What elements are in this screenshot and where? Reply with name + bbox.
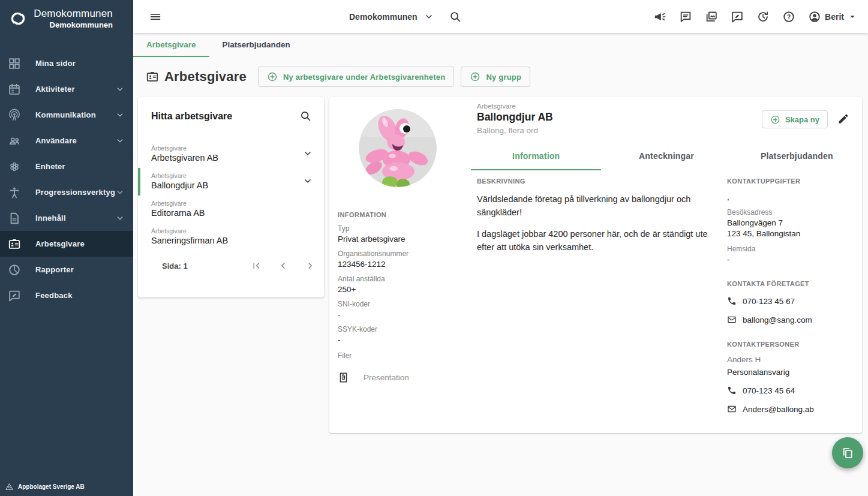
messages-button[interactable] — [679, 10, 692, 23]
chevron-down-icon[interactable] — [302, 176, 313, 187]
triangle-logo-icon — [5, 482, 14, 491]
hamburger-icon — [149, 10, 162, 23]
history-icon — [756, 10, 770, 23]
account-menu[interactable]: Berit — [808, 10, 857, 23]
people-icon — [8, 134, 21, 148]
person-email-row[interactable]: Anders@ballong.ab — [727, 404, 856, 414]
page-header: Arbetsgivare Ny arbetsgivare under Arbet… — [146, 65, 868, 88]
field-label: SSYK-koder — [338, 325, 470, 333]
chevron-down-icon[interactable] — [424, 11, 434, 22]
contact-heading: KONTAKTUPPGIFTER — [727, 178, 856, 185]
list-item-editorarna-ab[interactable]: Arbetsgivare Editorarna AB — [138, 196, 324, 223]
description-section: BESKRIVNING Världsledande företag på til… — [477, 178, 717, 254]
list-item-name: Saneringsfirman AB — [151, 236, 228, 245]
sidebar-item-label: Aktiviteter — [35, 85, 115, 94]
menu-button[interactable] — [149, 10, 162, 23]
information-heading: INFORMATION — [338, 211, 470, 218]
sidebar-item-anvandare[interactable]: Användare — [0, 128, 133, 154]
field-label: SNI-koder — [338, 300, 470, 308]
page-tabs: Arbetsgivare Platserbjudanden — [133, 33, 868, 57]
sidebar-item-label: Rapporter — [35, 265, 125, 274]
field-label: Typ — [338, 224, 470, 233]
sidebar-item-innehall[interactable]: Innehåll — [0, 205, 133, 231]
detail-tabs: Information Anteckningar Platserbjudande… — [471, 142, 862, 170]
contact-person-name: Anders H — [727, 355, 856, 364]
messages-icon — [679, 10, 692, 23]
sidebar-item-enheter[interactable]: Enheter — [0, 154, 133, 179]
tab-arbetsgivare[interactable]: Arbetsgivare — [133, 33, 209, 57]
feedback-icon — [8, 289, 21, 302]
megaphone-icon — [653, 10, 666, 23]
person-phone-row: 070-123 45 64 — [727, 386, 856, 395]
edit-button[interactable] — [837, 112, 851, 125]
media-library-button[interactable] — [705, 10, 718, 23]
chevron-right-icon[interactable] — [305, 260, 316, 271]
employer-detail-panel: Arbetsgivare Ballongdjur AB Ballong, fle… — [329, 97, 862, 433]
calendar-icon — [8, 83, 21, 96]
feedback-button[interactable] — [731, 10, 744, 23]
employer-name: Ballongdjur AB — [477, 111, 553, 124]
copy-icon — [841, 446, 854, 459]
badge-icon — [8, 238, 21, 251]
chevron-down-icon[interactable] — [302, 148, 313, 159]
contact-section: KONTAKTUPPGIFTER , Besöksadress Ballongv… — [727, 178, 856, 414]
visit-address-line1: Ballongvägen 7 — [727, 218, 856, 227]
sidebar-footer: Appbolaget Sverige AB — [0, 482, 133, 496]
first-page-icon[interactable] — [251, 260, 262, 271]
plus-circle-icon — [470, 71, 480, 82]
list-item-arbetsgivaren-ab[interactable]: Arbetsgivare Arbetsgivaren AB — [138, 140, 324, 168]
description-paragraph: I dagsläget jobbar 4200 personer här, oc… — [477, 227, 717, 254]
company-phone: 070-123 45 67 — [743, 297, 795, 306]
sidebar-item-mina-sidor[interactable]: Mina sidor — [0, 50, 133, 76]
brand-subname: Demokommunen — [50, 20, 113, 29]
tab-anteckningar[interactable]: Anteckningar — [601, 142, 731, 170]
sidebar-item-kommunikation[interactable]: Kommunikation — [0, 102, 133, 128]
new-group-button[interactable]: Ny grupp — [461, 67, 530, 87]
app-window: Demokommunen Demokommunen Mina sidor Akt… — [0, 0, 868, 496]
field-value: - — [338, 310, 470, 319]
sidebar-item-rapporter[interactable]: Rapporter — [0, 257, 133, 282]
announcements-button[interactable] — [653, 10, 666, 23]
tab-platserbjudanden[interactable]: Platserbjudanden — [209, 33, 304, 57]
file-presentation-link[interactable]: Presentation — [338, 372, 470, 383]
global-search-button[interactable] — [449, 10, 462, 23]
list-item-saneringsfirman-ab[interactable]: Arbetsgivare Saneringsfirman AB — [138, 223, 324, 251]
sidebar-item-feedback[interactable]: Feedback — [0, 282, 133, 308]
mail-icon — [727, 404, 737, 414]
phone-icon — [727, 296, 737, 306]
sidebar-item-arbetsgivare[interactable]: Arbetsgivare — [0, 231, 133, 257]
cluster-icon — [8, 160, 21, 173]
person-phone: 070-123 45 64 — [743, 386, 795, 395]
contact-person-role: Personalansvarig — [727, 368, 856, 377]
page-indicator: Sida: 1 — [162, 261, 188, 270]
content: Hitta arbetsgivare Arbetsgivare Arbetsgi… — [138, 97, 862, 433]
sidebar-item-label: Enheter — [35, 162, 125, 171]
tab-information[interactable]: Information — [471, 142, 601, 170]
help-button[interactable] — [782, 10, 795, 23]
account-icon — [808, 10, 821, 23]
field-value: Privat arbetsgivare — [338, 235, 470, 244]
chevron-left-icon[interactable] — [278, 260, 289, 271]
company-email-row[interactable]: ballong@sang.com — [727, 315, 856, 324]
copy-fab-button[interactable] — [832, 437, 863, 468]
history-button[interactable] — [756, 10, 770, 23]
website-value: - — [727, 255, 856, 264]
list-item-name: Editorarna AB — [151, 208, 205, 218]
company-email: ballong@sang.com — [743, 315, 812, 324]
sidebar-item-aktiviteter[interactable]: Aktiviteter — [0, 76, 133, 102]
sidebar-item-progressionsverktyg[interactable]: Progressionsverktyg — [0, 179, 133, 205]
create-new-button[interactable]: Skapa ny — [762, 110, 828, 128]
sidebar-item-label: Feedback — [35, 291, 125, 300]
finder-search-button[interactable] — [299, 110, 312, 122]
media-library-icon — [705, 10, 718, 23]
help-icon — [782, 10, 795, 23]
tab-platserbjudanden-detail[interactable]: Platserbjudanden — [732, 142, 862, 170]
phone-icon — [727, 386, 737, 395]
context-name[interactable]: Demokommunen — [349, 12, 418, 22]
new-employer-button[interactable]: Ny arbetsgivare under Arbetsgivarenheten — [258, 67, 455, 87]
brand: Demokommunen Demokommunen — [0, 0, 133, 38]
description-paragraph: Världsledande företag på tillverkning av… — [477, 193, 717, 220]
field-label: Organisationsnummer — [338, 249, 470, 258]
search-icon — [299, 110, 312, 122]
list-item-ballongdjur-ab[interactable]: Arbetsgivare Ballongdjur AB — [138, 168, 324, 196]
